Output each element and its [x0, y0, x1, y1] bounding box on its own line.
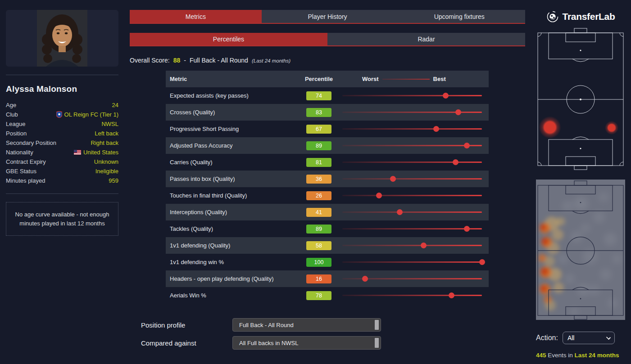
metric-row: Interceptions (Quality)41 — [166, 204, 489, 220]
metric-name: 1v1 defending win % — [166, 259, 306, 265]
detail-label: GBE Status — [6, 168, 36, 175]
detail-value: NWSL — [101, 121, 118, 127]
position-marker — [544, 121, 556, 133]
metric-name: Crosses (Quality) — [166, 109, 306, 116]
metric-row: Tackles (Quality)89 — [166, 220, 489, 237]
percentile-badge: 58 — [306, 241, 331, 250]
action-select-wrap: All — [563, 332, 615, 344]
detail-value-text: Left back — [95, 130, 118, 137]
slider-dot — [362, 276, 368, 282]
percentile-badge: 67 — [306, 125, 331, 134]
subtab-percentiles[interactable]: Percentiles — [130, 33, 327, 45]
sidebar-divider — [6, 75, 118, 75]
percentile-slider — [342, 128, 482, 130]
action-filter-row: Action: All — [536, 332, 625, 344]
percentile-badge: 78 — [306, 291, 331, 300]
compared-against-row: Compared against All Full backs in NWSL — [141, 336, 525, 350]
detail-label: Club — [6, 111, 18, 118]
tab-player-history[interactable]: Player History — [262, 10, 394, 23]
metric-name: Progressive Short Passing — [166, 126, 306, 132]
tab-label: Metrics — [186, 13, 206, 20]
player-details: Age24ClubOL Reign FC (Tier 1)LeagueNWSLP… — [6, 100, 118, 185]
metric-name: Headers - open play defending (Quality) — [166, 275, 306, 282]
detail-value: Right back — [91, 139, 118, 146]
percentile-badge: 26 — [306, 191, 331, 200]
detail-label: Nationality — [6, 149, 33, 156]
metric-name: Interceptions (Quality) — [166, 209, 306, 216]
percentile-badge: 89 — [306, 225, 331, 234]
detail-value: Left back — [95, 130, 118, 137]
action-select[interactable]: All — [563, 332, 615, 344]
player-detail-row: NationalityUnited States — [6, 148, 118, 157]
detail-label: Contract Expiry — [6, 158, 46, 165]
percentile-badge: 100 — [306, 258, 331, 267]
percentile-badge: 36 — [306, 175, 331, 184]
tab-metrics[interactable]: Metrics — [130, 10, 262, 23]
select-scrollbar-thumb[interactable] — [375, 338, 379, 348]
metric-row: Headers - open play defending (Quality)1… — [166, 270, 489, 287]
percentile-slider — [342, 211, 482, 213]
header-worst-best: Worst Best — [342, 76, 482, 82]
subtab-radar[interactable]: Radar — [327, 33, 525, 45]
slider-dot — [443, 93, 449, 99]
percentile-slider — [342, 295, 482, 296]
detail-value: United States — [74, 149, 118, 156]
age-curve-note: No age curve available - not enough minu… — [6, 202, 118, 236]
percentile-slider — [342, 278, 482, 279]
slider-dot — [376, 193, 382, 198]
detail-value-text: Unknown — [94, 158, 118, 165]
player-photo-card — [6, 10, 118, 67]
detail-value-text: 959 — [109, 177, 118, 184]
metric-name: Expected assists (key passes) — [166, 92, 306, 99]
detail-value-text: NWSL — [101, 121, 118, 127]
select-scrollbar-thumb[interactable] — [375, 320, 379, 330]
player-detail-row: Secondary PositionRight back — [6, 138, 118, 148]
player-detail-row: PositionLeft back — [6, 129, 118, 138]
player-detail-row: Minutes played959 — [6, 176, 118, 185]
slider-dot — [449, 292, 454, 298]
tab-upcoming-fixtures[interactable]: Upcoming fixtures — [393, 10, 525, 23]
metric-row: Crosses (Quality)83 — [166, 104, 489, 121]
sidebar-divider — [6, 193, 118, 194]
events-count: 445 — [536, 352, 546, 359]
percentile-badge: 81 — [306, 158, 331, 167]
position-marker — [608, 124, 615, 131]
detail-label: Position — [6, 130, 27, 137]
detail-value[interactable]: OL Reign FC (Tier 1) — [56, 111, 118, 118]
overall-score-separator: - — [184, 57, 186, 64]
overall-score-label: Overall Score: — [130, 57, 170, 64]
detail-value: 24 — [112, 102, 118, 108]
metric-row: 1v1 defending win %100 — [166, 254, 489, 270]
metric-row: Adjusted Pass Accuracy89 — [166, 137, 489, 154]
app-root: Alyssa Malonson Age24ClubOL Reign FC (Ti… — [0, 0, 631, 364]
detail-value-text: OL Reign FC (Tier 1) — [64, 111, 118, 118]
position-profile-select[interactable]: Full Back - All Round — [232, 318, 381, 332]
position-profile-value: Full Back - All Round — [239, 322, 294, 328]
metric-name: Aerials Win % — [166, 292, 306, 299]
player-detail-row: LeagueNWSL — [6, 119, 118, 129]
compared-against-value: All Full backs in NWSL — [239, 340, 298, 346]
detail-label: League — [6, 121, 25, 127]
metric-name: Touches in final third (Quality) — [166, 192, 306, 199]
compared-against-select[interactable]: All Full backs in NWSL — [232, 336, 381, 350]
player-detail-row: ClubOL Reign FC (Tier 1) — [6, 110, 118, 119]
metric-row: Aerials Win %78 — [166, 287, 489, 304]
events-period: Last 24 months — [575, 352, 619, 359]
percentile-slider — [342, 145, 482, 146]
metric-name: Adjusted Pass Accuracy — [166, 142, 306, 149]
position-pitch — [536, 27, 625, 172]
worst-best-scale-line — [382, 79, 430, 80]
detail-value-text: Right back — [91, 139, 118, 146]
percentile-slider — [342, 195, 482, 196]
metric-name: Tackles (Quality) — [166, 225, 306, 232]
percentile-slider — [342, 228, 482, 229]
header-best: Best — [433, 76, 446, 82]
player-detail-row: Contract ExpiryUnknown — [6, 157, 118, 166]
percentile-slider — [342, 178, 482, 180]
subtab-label: Radar — [418, 36, 435, 43]
slider-dot — [479, 259, 485, 265]
percentile-slider — [342, 261, 482, 263]
tab-label: Player History — [308, 13, 347, 20]
detail-value-text: United States — [83, 149, 118, 156]
pitch-panel: TransferLab — [536, 9, 625, 359]
